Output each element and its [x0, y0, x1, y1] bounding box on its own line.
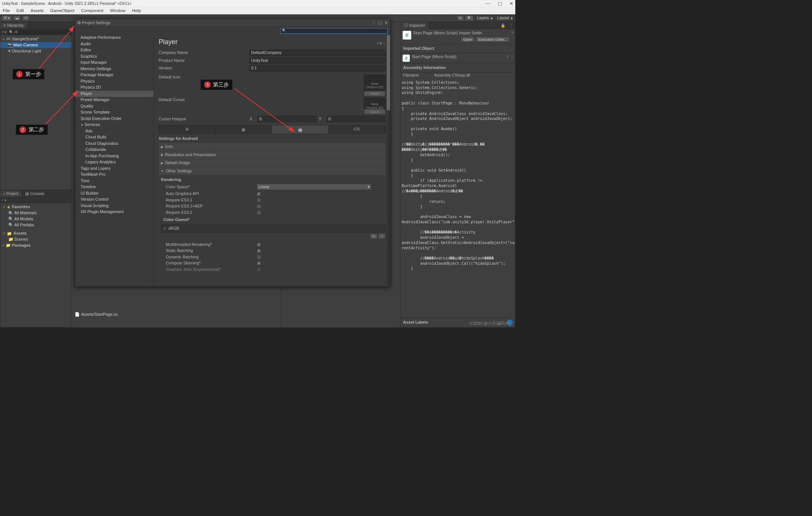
sb-ui-builder[interactable]: UI Builder: [75, 190, 154, 197]
menu-edit[interactable]: Edit: [17, 8, 24, 13]
sb-cloud-build[interactable]: Cloud Build: [75, 134, 154, 140]
sb-xr-plugin[interactable]: XR Plugin Management: [75, 209, 154, 215]
sb-legacy-analytics[interactable]: Legacy Analytics: [75, 159, 154, 165]
search-icon[interactable]: 🔍: [465, 15, 473, 21]
sb-ads[interactable]: Ads: [75, 128, 154, 134]
sb-adaptive-performance[interactable]: Adaptive Performance: [75, 35, 154, 41]
static-batching-checkbox[interactable]: [257, 249, 261, 253]
settings-scrollbar[interactable]: [387, 35, 390, 287]
inspector-lock-icon[interactable]: 🔒: [499, 23, 507, 28]
sb-textmesh-pro[interactable]: TextMesh Pro: [75, 172, 154, 178]
graphics-jobs-checkbox[interactable]: [257, 267, 261, 272]
close-button[interactable]: ✕: [509, 1, 513, 6]
scene-row[interactable]: ▼ 🎮 SampleScene*: [0, 36, 72, 42]
maximize-button[interactable]: ▢: [498, 1, 502, 6]
assets-scenes[interactable]: 📁 Scenes: [0, 236, 72, 243]
sb-script-execution-order[interactable]: Script Execution Order: [75, 116, 154, 122]
assets-header[interactable]: ▼📁Assets: [0, 230, 72, 236]
account-button[interactable]: 尹 ▾: [2, 15, 12, 21]
sb-physics-2d[interactable]: Physics 2D: [75, 84, 154, 91]
company-name-input[interactable]: [250, 50, 385, 56]
sb-in-app-purchasing[interactable]: In-App Purchasing: [75, 153, 154, 159]
fav-all-models[interactable]: 🔍 All Models: [0, 216, 72, 222]
sb-time[interactable]: Time: [75, 178, 154, 184]
inspector-menu-icon[interactable]: ⋮: [507, 23, 515, 28]
auto-graphics-api-checkbox[interactable]: [257, 192, 261, 196]
open-button[interactable]: Open: [461, 37, 475, 42]
layout-dropdown[interactable]: Layout: [495, 15, 514, 21]
default-icon-picker[interactable]: None(Texture 2D)Select: [364, 75, 385, 96]
menu-help[interactable]: Help: [132, 8, 141, 13]
sb-player[interactable]: Player: [75, 91, 154, 97]
fav-all-prefabs[interactable]: 🔍 All Prefabs: [0, 222, 72, 228]
sb-editor[interactable]: Editor: [75, 47, 154, 53]
require-es32-checkbox[interactable]: [257, 210, 261, 215]
dynamic-batching-checkbox[interactable]: [257, 255, 261, 259]
platform-tab-standalone[interactable]: 🖥: [159, 126, 215, 134]
menu-icon[interactable]: ⋮: [383, 42, 386, 45]
sb-input-manager[interactable]: Input Manager: [75, 60, 154, 66]
project-create-button[interactable]: + ▾: [2, 198, 6, 202]
settings-menu-icon[interactable]: ⋮: [372, 20, 376, 25]
require-es31-checkbox[interactable]: [257, 198, 261, 202]
minimize-button[interactable]: —: [486, 1, 490, 6]
favorites-header[interactable]: ▼★Favorites: [0, 204, 72, 210]
require-es31aep-checkbox[interactable]: [257, 204, 261, 208]
packages-header[interactable]: ▸📁Packages: [0, 243, 72, 249]
menu-window[interactable]: Window: [110, 8, 126, 13]
platform-tab-server[interactable]: ▦: [215, 126, 272, 134]
cursor-y-input[interactable]: [327, 116, 385, 122]
settings-gear-icon[interactable]: ⚙: [379, 42, 382, 45]
layers-dropdown[interactable]: Layers: [475, 15, 494, 21]
gamut-remove-button[interactable]: −: [378, 233, 385, 239]
settings-close-icon[interactable]: ✕: [385, 20, 388, 25]
sb-package-manager[interactable]: Package Manager: [75, 72, 154, 78]
sb-collaborate[interactable]: Collaborate: [75, 147, 154, 153]
multithreaded-checkbox[interactable]: [257, 243, 261, 247]
hierarchy-item-light[interactable]: ☀ Directional Light: [0, 48, 72, 54]
help-icon[interactable]: ?: [377, 42, 378, 45]
menu-file[interactable]: File: [3, 8, 10, 13]
compute-skinning-checkbox[interactable]: [257, 261, 261, 265]
sb-scene-template[interactable]: Scene Template: [75, 109, 154, 115]
sb-preset-manager[interactable]: Preset Manager: [75, 97, 154, 103]
sb-timeline[interactable]: Timeline: [75, 184, 154, 190]
gamut-add-button[interactable]: +: [370, 233, 377, 239]
sb-audio[interactable]: Audio: [75, 41, 154, 47]
settings-search-input[interactable]: 🔍: [280, 28, 388, 34]
gamut-srgb-row[interactable]: ≡sRGB: [161, 224, 385, 233]
version-input[interactable]: [250, 65, 385, 71]
footer-asset-path[interactable]: 📄 Assets/StartPage.cs: [75, 312, 118, 317]
help-icon[interactable]: ?: [512, 31, 513, 34]
cursor-x-input[interactable]: [257, 116, 316, 122]
product-name-input[interactable]: [250, 57, 385, 63]
sb-tags-layers[interactable]: Tags and Layers: [75, 166, 154, 172]
platform-tab-ios[interactable]: iOS: [329, 126, 385, 134]
other-settings-foldout[interactable]: ▼Other Settings: [159, 167, 386, 175]
platform-tab-android[interactable]: 🤖: [272, 126, 329, 134]
sb-cloud-diagnostics[interactable]: Cloud Diagnostics: [75, 141, 154, 147]
sb-graphics[interactable]: Graphics: [75, 54, 154, 60]
project-tab[interactable]: ▪ Project: [0, 190, 22, 197]
menu-gameobject[interactable]: GameObject: [50, 8, 74, 13]
default-cursor-picker[interactable]: None(Texture 2D)Select: [364, 98, 385, 114]
cloud-icon[interactable]: ☁: [13, 15, 21, 21]
undo-icon[interactable]: ↶: [22, 15, 29, 21]
color-space-dropdown[interactable]: Linear: [257, 184, 372, 190]
sb-version-control[interactable]: Version Control: [75, 197, 154, 203]
sb-visual-scripting[interactable]: Visual Scripting: [75, 203, 154, 209]
menu-component[interactable]: Component: [81, 8, 103, 13]
select-button[interactable]: Select: [364, 109, 385, 114]
inspector-tab[interactable]: ⓘ Inspector: [401, 22, 429, 29]
resolution-foldout[interactable]: ▶Resolution and Presentation: [159, 151, 386, 158]
sb-services[interactable]: ▼Services: [75, 122, 154, 128]
select-button[interactable]: Select: [364, 91, 385, 96]
create-button[interactable]: + ▾: [2, 30, 6, 34]
hierarchy-item-camera[interactable]: 📷 Main Camera: [0, 42, 72, 48]
help-icon[interactable]: ?: [507, 55, 508, 58]
sb-physics[interactable]: Physics: [75, 78, 154, 84]
hierarchy-tab[interactable]: ≡ Hierarchy: [0, 22, 28, 28]
settings-maximize-icon[interactable]: ▢: [378, 20, 382, 25]
icon-foldout[interactable]: ▶Icon: [159, 143, 386, 150]
splash-foldout[interactable]: ▶Splash Image: [159, 159, 386, 167]
